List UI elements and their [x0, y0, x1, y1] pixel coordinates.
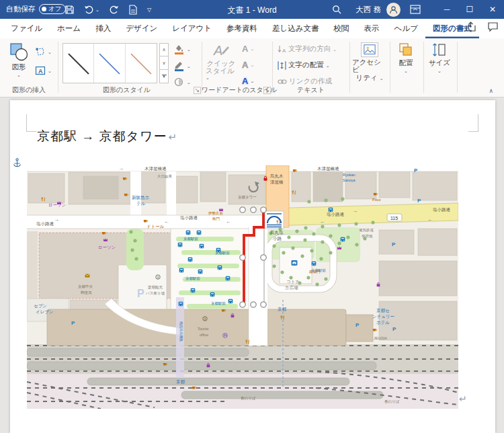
svg-text:A: A — [213, 43, 222, 58]
svg-text:P: P — [355, 322, 360, 328]
gallery-down-button[interactable]: ∨ — [159, 56, 169, 70]
document-heading[interactable]: 京都駅 → 京都タワー↵ — [37, 128, 177, 145]
undo-button[interactable]: ⌄ — [84, 5, 99, 15]
maximize-button[interactable]: ☐ — [458, 0, 481, 19]
svg-text:セブン: セブン — [34, 303, 47, 308]
text-box-button[interactable]: A ⌄ — [35, 65, 52, 76]
svg-text:津屋橋: 津屋橋 — [270, 180, 284, 185]
group-label-insert-shapes: 図形の挿入 — [0, 85, 58, 95]
window-title: 文書 1 - Word — [227, 5, 276, 16]
ribbon: 図形 ⌄ ⌄ A ⌄ 図形の挿入 ∧ ∨ ▾ ⌄ — [0, 38, 504, 97]
undo-icon — [84, 5, 94, 15]
text-effects-icon: A — [242, 76, 248, 86]
route-badge: 115 — [387, 214, 402, 221]
tab-references[interactable]: 参考資料 — [219, 19, 265, 38]
svg-text:Tourist: Tourist — [198, 327, 209, 331]
search-icon[interactable] — [332, 5, 342, 15]
align-text-button[interactable]: 文字の配置⌄ — [278, 61, 330, 70]
svg-text:京都駅前: 京都駅前 — [211, 301, 226, 306]
edit-shape-icon — [35, 46, 46, 57]
svg-text:大日如来: 大日如来 — [157, 174, 173, 179]
comment-icon[interactable] — [487, 22, 499, 32]
svg-text:バス乗り場: バス乗り場 — [145, 291, 165, 296]
text-outline-icon: A — [242, 60, 248, 70]
text-fill-button[interactable]: A⌄ — [242, 44, 254, 54]
text-direction-icon: A — [278, 45, 286, 54]
text-direction-button[interactable]: A 文字列の方向⌄ — [278, 44, 337, 54]
shape-fill-button[interactable]: ⌄ — [173, 44, 191, 55]
document-area[interactable]: 京都駅 → 京都タワー↵ — [0, 98, 504, 433]
chevron-down-icon: ⌄ — [48, 50, 52, 54]
svg-text:烏丸塩: 烏丸塩 — [269, 230, 284, 235]
ribbon-display-options-icon[interactable] — [410, 5, 421, 14]
style-swatch-2[interactable] — [94, 44, 125, 83]
qat-customize-icon[interactable]: ▽ — [147, 8, 151, 11]
redo-icon[interactable] — [109, 5, 119, 15]
tab-view[interactable]: 表示 — [357, 19, 387, 38]
chevron-down-icon: ⌄ — [48, 69, 52, 73]
bridge-icon — [265, 211, 284, 229]
svg-text:P: P — [392, 326, 396, 332]
group-label-wordart: ワードアートのスタイル — [202, 85, 266, 95]
svg-text:京都駅前: 京都駅前 — [183, 237, 199, 241]
toggle-dot-icon — [42, 7, 46, 11]
tab-file[interactable]: ファイル — [3, 19, 50, 38]
style-swatch-1[interactable] — [63, 44, 94, 83]
link-icon — [278, 77, 287, 86]
style-swatch-3[interactable] — [126, 44, 157, 83]
minimize-button[interactable]: ─ — [435, 0, 458, 19]
accessibility-button[interactable]: アクセシビ リティ ⌄ — [352, 42, 387, 81]
gallery-up-button[interactable]: ∧ — [159, 43, 169, 56]
tab-layout[interactable]: レイアウト — [165, 19, 219, 38]
kyoto-station-building — [47, 309, 346, 346]
paragraph-mark: ↵ — [168, 131, 177, 143]
tab-help[interactable]: ヘルプ — [387, 19, 425, 38]
gallery-scroll: ∧ ∨ ▾ — [159, 43, 169, 83]
svg-text:←: ← — [226, 219, 231, 225]
tab-design[interactable]: デザイン — [118, 19, 165, 38]
tab-review[interactable]: 校閲 — [327, 19, 357, 38]
svg-text:羅城門: 羅城門 — [309, 270, 321, 274]
svg-text:新阪急ホ: 新阪急ホ — [132, 195, 150, 200]
shapes-button[interactable]: 図形 ⌄ — [5, 42, 32, 77]
arrange-button[interactable]: 配置 ⌄ — [392, 42, 419, 73]
wordart-dialog-launcher[interactable]: ↘ — [263, 87, 271, 94]
tab-insert[interactable]: 挿入 — [88, 19, 118, 38]
text-effects-button[interactable]: A⌄ — [242, 76, 254, 86]
svg-text:定期観光: 定期観光 — [148, 285, 163, 290]
close-button[interactable]: ✕ — [481, 0, 504, 19]
tab-home[interactable]: ホーム — [50, 19, 88, 38]
svg-text:塩小路通: 塩小路通 — [36, 221, 54, 227]
shapes-icon — [9, 42, 28, 61]
edit-shape-button[interactable]: ⌄ — [35, 46, 52, 57]
map-svg: 115 PPPPPPiiH 木津屋橋通木津屋橋通塩小路通塩小路通塩小路通塩小路通… — [27, 165, 458, 409]
shape-styles-dialog-launcher[interactable]: ↘ — [194, 87, 201, 94]
create-link-button[interactable]: リンクの作成 — [278, 77, 332, 86]
karasuma-street-south — [249, 226, 267, 346]
svg-text:コトチ: コトチ — [286, 279, 300, 284]
autosave-toggle[interactable]: 自動保存 オフ — [6, 4, 66, 14]
text-outline-button[interactable]: A⌄ — [242, 60, 254, 70]
page[interactable]: 京都駅 → 京都タワー↵ — [10, 100, 495, 433]
arrange-icon — [398, 42, 414, 57]
avatar[interactable] — [386, 3, 401, 17]
svg-text:ローソン: ローソン — [48, 202, 66, 207]
quick-styles-button[interactable]: A クイック スタイル ⌄ — [206, 42, 237, 80]
collapse-ribbon-button[interactable]: ∧ — [489, 87, 493, 94]
chevron-down-icon: ⌄ — [17, 73, 21, 77]
svg-text:Poco: Poco — [372, 198, 381, 202]
accessibility-icon — [361, 42, 378, 57]
save-icon[interactable] — [65, 5, 75, 15]
user-name[interactable]: 大西 務 — [355, 5, 381, 15]
shape-outline-button[interactable]: ⌄ — [173, 61, 191, 72]
document-icon[interactable] — [128, 5, 138, 15]
tab-mailings[interactable]: 差し込み文書 — [265, 19, 327, 38]
map-image[interactable]: 115 PPPPPPiiH 木津屋橋通木津屋橋通塩小路通塩小路通塩小路通塩小路通… — [27, 165, 458, 409]
svg-text:京都: 京都 — [278, 307, 287, 312]
size-button[interactable]: サイズ ⌄ — [426, 42, 453, 73]
svg-text:塩小路通: 塩小路通 — [180, 215, 198, 221]
autosave-state: オフ — [48, 5, 61, 13]
svg-text:発祥地: 発祥地 — [362, 234, 373, 239]
share-icon[interactable] — [465, 22, 476, 32]
gallery-expand-button[interactable]: ▾ — [159, 70, 169, 83]
